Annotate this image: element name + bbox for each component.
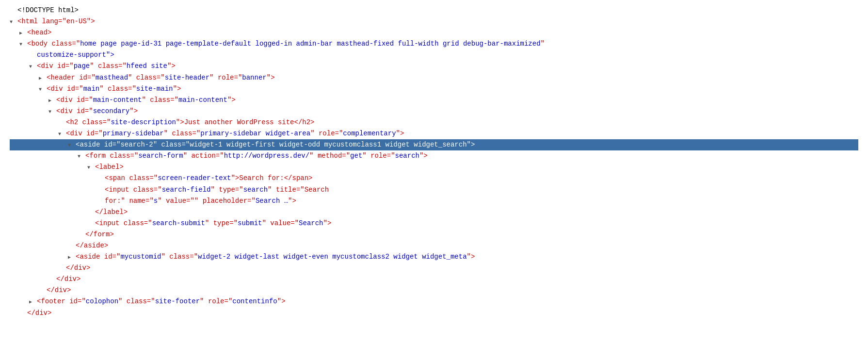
- line-content: </div>: [56, 274, 858, 285]
- tree-toggle[interactable]: ▼: [87, 164, 95, 172]
- tree-toggle[interactable]: ▼: [29, 63, 37, 71]
- tree-toggle[interactable]: ▼: [19, 41, 27, 49]
- line-content: </div>: [47, 285, 858, 296]
- code-line: <input class="search-submit" type="submi…: [10, 218, 858, 229]
- code-line: ▼<body class="home page page-id-31 page-…: [10, 38, 858, 49]
- code-line: ▶<footer id="colophon" class="site-foote…: [10, 296, 858, 307]
- code-line: ▼<label>: [10, 162, 858, 173]
- code-line: <input class="search-field" type="search…: [10, 184, 858, 196]
- line-content: <form class="search-form" action="http:/…: [85, 150, 858, 162]
- line-content: <footer id="colophon" class="site-footer…: [37, 296, 858, 307]
- line-content: </div>: [66, 263, 858, 274]
- tree-toggle[interactable]: ▶: [68, 254, 76, 262]
- tree-toggle[interactable]: ▼: [68, 142, 76, 150]
- code-line: </div>: [10, 263, 858, 274]
- line-content: <html lang="en-US">: [17, 16, 858, 27]
- line-content: <aside id="mycustomid" class="widget-2 w…: [76, 251, 858, 263]
- tree-toggle[interactable]: ▼: [48, 108, 56, 116]
- code-line: ▶<div id="main-content" class="main-cont…: [10, 95, 858, 106]
- line-content: </div>: [27, 308, 858, 319]
- code-line: ▶<head>: [10, 27, 858, 38]
- code-line: ▼<div id="secondary">: [10, 106, 858, 117]
- line-content: customize-support">: [37, 49, 858, 61]
- line-content: <!DOCTYPE html>: [17, 5, 858, 16]
- line-content: <header id="masthead" class="site-header…: [47, 72, 858, 83]
- line-content: <head>: [27, 27, 858, 38]
- code-line: <h2 class="site-description">Just anothe…: [10, 117, 858, 128]
- line-content: <body class="home page page-id-31 page-t…: [27, 38, 858, 49]
- line-content: <span class="screen-reader-text">Search …: [105, 173, 858, 184]
- code-line: <span class="screen-reader-text">Search …: [10, 173, 858, 184]
- line-content: </label>: [95, 207, 858, 218]
- code-line: <!DOCTYPE html>: [10, 5, 858, 16]
- code-line: ▼<div id="page" class="hfeed site">: [10, 61, 858, 72]
- tree-toggle[interactable]: ▶: [39, 75, 47, 83]
- line-content: <div id="secondary">: [56, 106, 858, 117]
- tree-toggle[interactable]: ▶: [29, 298, 37, 307]
- code-line: ▼<div id="main" class="site-main">: [10, 83, 858, 95]
- line-content: for:" name="s" value="" placeholder="Sea…: [105, 196, 858, 207]
- tree-toggle[interactable]: ▼: [58, 131, 66, 139]
- code-line: </div>: [10, 308, 858, 319]
- code-line: ▼<form class="search-form" action="http:…: [10, 150, 858, 162]
- tree-toggle[interactable]: ▶: [19, 30, 27, 38]
- code-line: ▼<aside id="search-2" class="widget-1 wi…: [10, 139, 858, 150]
- line-content: <h2 class="site-description">Just anothe…: [66, 117, 858, 128]
- code-line: for:" name="s" value="" placeholder="Sea…: [10, 196, 858, 207]
- code-line: customize-support">: [10, 49, 858, 61]
- tree-toggle[interactable]: ▼: [39, 86, 47, 94]
- code-line: </form>: [10, 229, 858, 240]
- line-content: <input class="search-submit" type="submi…: [95, 218, 858, 229]
- code-line: </div>: [10, 274, 858, 285]
- code-line: ▼<html lang="en-US">: [10, 16, 858, 27]
- code-line: ▶<aside id="mycustomid" class="widget-2 …: [10, 251, 858, 263]
- line-content: <aside id="search-2" class="widget-1 wid…: [76, 139, 858, 150]
- code-view: <!DOCTYPE html>▼<html lang="en-US">▶<hea…: [10, 5, 858, 319]
- line-content: <div id="page" class="hfeed site">: [37, 61, 858, 72]
- code-line: </div>: [10, 285, 858, 296]
- tree-toggle[interactable]: ▼: [78, 153, 85, 161]
- tree-toggle[interactable]: ▼: [10, 18, 17, 27]
- code-line: </aside>: [10, 240, 858, 251]
- line-content: <div id="primary-sidebar" class="primary…: [66, 128, 858, 139]
- tree-toggle[interactable]: ▶: [48, 97, 56, 105]
- code-line: </label>: [10, 207, 858, 218]
- line-content: </form>: [85, 229, 858, 240]
- line-content: <input class="search-field" type="search…: [105, 184, 858, 196]
- line-content: <label>: [95, 162, 858, 173]
- line-content: <div id="main-content" class="main-conte…: [56, 95, 858, 106]
- code-line: ▶<header id="masthead" class="site-heade…: [10, 72, 858, 83]
- line-content: </aside>: [76, 240, 858, 251]
- code-line: ▼<div id="primary-sidebar" class="primar…: [10, 128, 858, 139]
- line-content: <div id="main" class="site-main">: [47, 83, 858, 95]
